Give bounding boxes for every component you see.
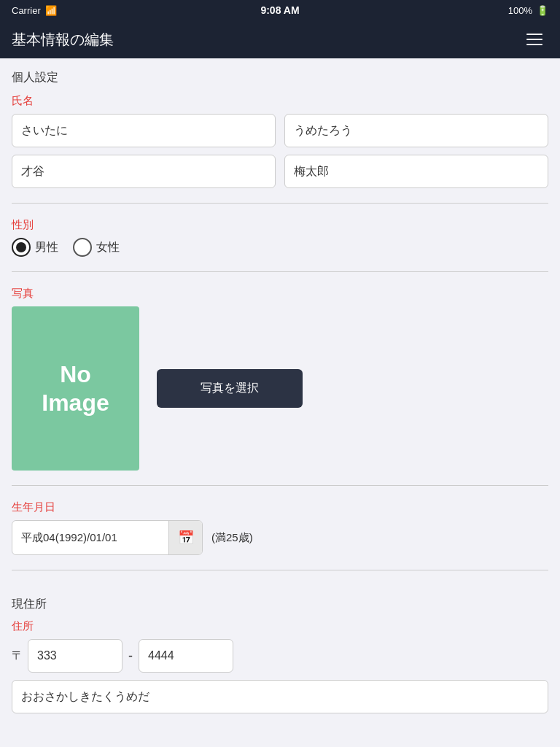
divider-2 bbox=[12, 271, 548, 272]
gender-options-row: 男性 女性 bbox=[12, 238, 548, 257]
photo-placeholder: NoImage bbox=[12, 306, 139, 471]
divider-4 bbox=[12, 570, 548, 570]
address-text-input[interactable] bbox=[12, 680, 548, 713]
address-section: 現住所 住所 〒 - bbox=[12, 585, 548, 725]
birthdate-field-label: 生年月日 bbox=[12, 500, 548, 514]
address-field-label: 住所 bbox=[12, 619, 548, 633]
name-field-label: 氏名 bbox=[12, 94, 548, 108]
birthdate-row: 📅 (満25歳) bbox=[12, 520, 548, 555]
status-bar-right: 100% 🔋 bbox=[508, 5, 548, 16]
status-bar-time: 9:08 AM bbox=[260, 4, 299, 16]
postal-code-row: 〒 - bbox=[12, 639, 548, 673]
name-kana-row bbox=[12, 114, 548, 147]
personal-settings-section-title: 個人設定 bbox=[12, 70, 548, 85]
postal-code-2-input[interactable] bbox=[139, 639, 233, 673]
last-name-kanji-input[interactable] bbox=[284, 155, 548, 188]
nav-bar: 基本情報の編集 bbox=[0, 20, 560, 58]
photo-section: NoImage 写真を選択 bbox=[12, 306, 548, 471]
select-photo-button[interactable]: 写真を選択 bbox=[157, 369, 303, 408]
hamburger-line-2 bbox=[526, 39, 542, 40]
divider-1 bbox=[12, 203, 548, 204]
name-kanji-row bbox=[12, 155, 548, 188]
main-content: 個人設定 氏名 性別 男性 女性 写真 NoImage 写真を選択 生年月日 bbox=[0, 58, 560, 737]
birthdate-input[interactable] bbox=[12, 521, 168, 554]
status-bar-left: Carrier 📶 bbox=[12, 5, 57, 16]
address-section-title: 現住所 bbox=[12, 597, 548, 612]
postal-code-1-input[interactable] bbox=[28, 639, 122, 673]
hamburger-line-3 bbox=[526, 44, 542, 45]
first-name-kanji-input[interactable] bbox=[12, 155, 276, 188]
first-name-kana-input[interactable] bbox=[12, 114, 276, 147]
wifi-icon: 📶 bbox=[45, 5, 57, 16]
postal-dash: - bbox=[122, 649, 139, 664]
no-image-text: NoImage bbox=[42, 360, 109, 417]
calendar-icon: 📅 bbox=[178, 530, 194, 546]
gender-male-option[interactable]: 男性 bbox=[12, 238, 58, 257]
last-name-kana-input[interactable] bbox=[284, 114, 548, 147]
gender-female-radio[interactable] bbox=[73, 238, 92, 257]
menu-button[interactable] bbox=[521, 28, 548, 51]
age-text: (満25歳) bbox=[211, 531, 253, 545]
carrier-label: Carrier bbox=[12, 5, 41, 16]
battery-icon: 🔋 bbox=[537, 5, 548, 16]
gender-male-radio[interactable] bbox=[12, 238, 31, 257]
battery-label: 100% bbox=[508, 5, 532, 16]
page-title: 基本情報の編集 bbox=[12, 30, 114, 50]
gender-male-label: 男性 bbox=[35, 240, 58, 255]
gender-female-label: 女性 bbox=[96, 240, 120, 255]
gender-female-option[interactable]: 女性 bbox=[73, 238, 120, 257]
gender-field-label: 性別 bbox=[12, 218, 548, 232]
hamburger-line-1 bbox=[526, 34, 542, 35]
status-bar: Carrier 📶 9:08 AM 100% 🔋 bbox=[0, 0, 560, 20]
calendar-button[interactable]: 📅 bbox=[168, 521, 202, 554]
divider-3 bbox=[12, 485, 548, 486]
postal-prefix: 〒 bbox=[12, 649, 23, 664]
date-input-wrapper: 📅 bbox=[12, 520, 203, 555]
photo-field-label: 写真 bbox=[12, 287, 548, 301]
